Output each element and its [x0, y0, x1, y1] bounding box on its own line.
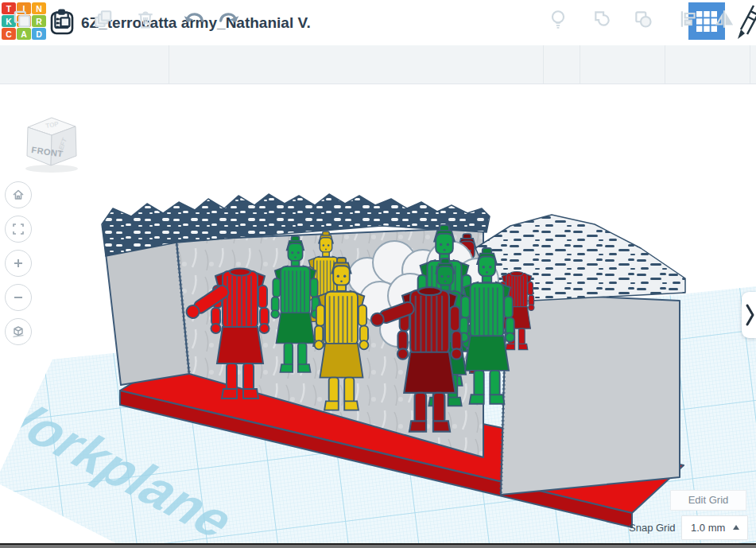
chevron-right-icon: [744, 301, 755, 328]
show-all-icon[interactable]: [548, 9, 568, 29]
zoom-out-button[interactable]: [5, 284, 32, 311]
orthographic-toggle-button[interactable]: [5, 318, 32, 345]
toolbar-divider: [665, 45, 665, 84]
toolbar-divider: [750, 45, 750, 84]
paste-icon[interactable]: [51, 9, 72, 29]
minus-icon: [11, 290, 25, 305]
snap-grid-value: 1.0 mm: [691, 522, 725, 534]
logo-tile: D: [32, 28, 46, 40]
logo-tile: A: [17, 28, 31, 40]
home-view-button[interactable]: [5, 181, 32, 208]
mirror-icon[interactable]: [714, 9, 735, 29]
fit-view-icon: [11, 222, 25, 236]
toolbar-divider: [543, 45, 544, 84]
toolbar-divider: [169, 45, 169, 84]
caret-up-icon: [733, 522, 739, 530]
perspective-cube-icon: [11, 325, 25, 339]
logo-tile: N: [32, 2, 46, 14]
snap-grid-label: Snap Grid: [629, 522, 676, 534]
edit-grid-button[interactable]: Edit Grid: [670, 490, 746, 511]
shapes-panel-toggle[interactable]: [742, 292, 756, 338]
undo-icon[interactable]: [183, 9, 204, 29]
plus-icon: [11, 256, 25, 270]
redo-icon[interactable]: [219, 9, 240, 29]
window-bottom-edge: [0, 543, 756, 548]
delete-icon[interactable]: [135, 9, 156, 29]
view-cube[interactable]: TOP FRONT LEFT: [14, 108, 90, 180]
fit-view-button[interactable]: [5, 216, 32, 243]
zoom-in-button[interactable]: [5, 250, 32, 277]
duplicate-icon[interactable]: [93, 9, 114, 29]
copy-icon[interactable]: [12, 9, 33, 29]
logo-tile: R: [32, 15, 46, 27]
edit-toolbar: [0, 45, 756, 84]
toolbar-divider: [580, 45, 580, 84]
ungroup-icon[interactable]: [633, 9, 653, 29]
logo-tile: C: [2, 28, 16, 40]
group-icon[interactable]: [592, 9, 613, 29]
edit-pencil-icon[interactable]: [733, 4, 756, 41]
align-icon[interactable]: [678, 9, 699, 29]
home-icon: [11, 188, 25, 202]
snap-grid-select[interactable]: 1.0 mm: [681, 515, 748, 540]
